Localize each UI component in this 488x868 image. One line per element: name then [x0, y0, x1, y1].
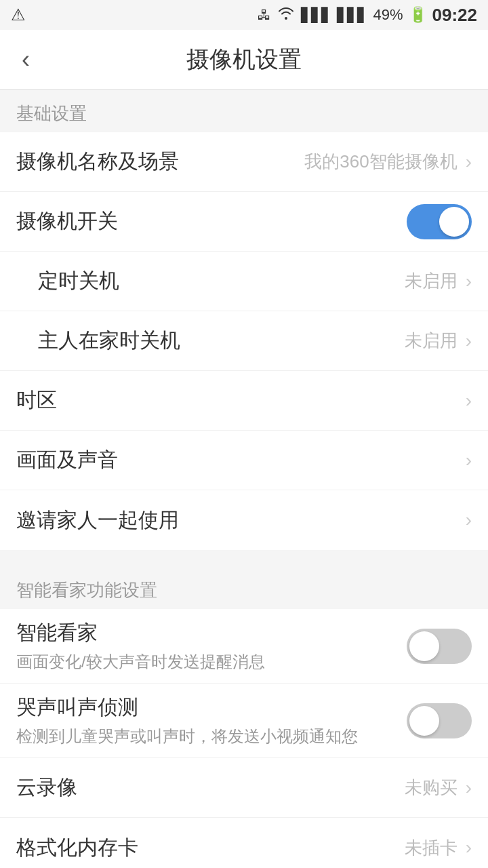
timezone-right: ›	[466, 390, 472, 412]
camera-name-right: 我的360智能摄像机 ›	[304, 150, 472, 174]
format-sd-chevron: ›	[466, 837, 472, 859]
cry-detect-toggle[interactable]	[407, 703, 472, 738]
page-title: 摄像机设置	[186, 44, 302, 75]
timer-off-title: 定时关机	[38, 267, 119, 295]
display-sound-left: 画面及声音	[16, 446, 118, 474]
invite-family-left: 邀请家人一起使用	[16, 507, 179, 534]
smart-home-left: 智能看家 画面变化/较大声音时发送提醒消息	[16, 619, 265, 673]
display-sound-right: ›	[466, 450, 472, 471]
format-sd-title: 格式化内存卡	[16, 834, 138, 862]
warning-icon: ⚠	[11, 5, 26, 24]
smart-home-title: 智能看家	[16, 619, 265, 647]
camera-name-left: 摄像机名称及场景	[16, 148, 179, 176]
format-sd-right: 未插卡 ›	[405, 836, 472, 860]
wifi-icon	[277, 6, 296, 24]
home-off-left: 主人在家时关机	[38, 327, 180, 355]
home-off-right: 未启用 ›	[405, 329, 472, 353]
cloud-record-left: 云录像	[16, 774, 77, 802]
smart-home-right	[407, 629, 472, 664]
timer-off-right: 未启用 ›	[405, 269, 472, 293]
cloud-record-chevron: ›	[466, 777, 472, 799]
home-off-item[interactable]: 主人在家时关机 未启用 ›	[0, 311, 488, 371]
timer-off-item[interactable]: 定时关机 未启用 ›	[0, 252, 488, 311]
display-sound-chevron: ›	[466, 450, 472, 471]
timer-off-chevron: ›	[466, 271, 472, 292]
smart-home-toggle[interactable]	[407, 629, 472, 664]
invite-family-title: 邀请家人一起使用	[16, 507, 179, 534]
timezone-title: 时区	[16, 387, 57, 414]
camera-name-chevron: ›	[466, 151, 472, 173]
cry-detect-toggle-thumb	[409, 706, 439, 736]
signal1-icon: ▋▋▋	[301, 7, 331, 23]
timezone-left: 时区	[16, 387, 57, 414]
camera-switch-left: 摄像机开关	[16, 208, 118, 235]
invite-family-chevron: ›	[466, 509, 472, 531]
format-sd-left: 格式化内存卡	[16, 834, 138, 862]
camera-switch-title: 摄像机开关	[16, 208, 118, 235]
header: ‹ 摄像机设置	[0, 30, 488, 90]
sim-icon: 🖧	[258, 7, 271, 23]
cloud-record-item[interactable]: 云录像 未购买 ›	[0, 758, 488, 818]
cry-detect-subtitle: 检测到儿童哭声或叫声时，将发送小视频通知您	[16, 726, 358, 747]
toggle-thumb	[439, 207, 469, 237]
home-off-value: 未启用	[405, 329, 458, 353]
smart-home-subtitle: 画面变化/较大声音时发送提醒消息	[16, 651, 265, 673]
cry-detect-right	[407, 703, 472, 738]
cry-detect-title: 哭声叫声侦测	[16, 694, 358, 722]
cloud-record-value: 未购买	[405, 776, 458, 800]
home-off-chevron: ›	[466, 330, 472, 352]
cry-detect-left: 哭声叫声侦测 检测到儿童哭声或叫声时，将发送小视频通知您	[16, 694, 358, 747]
smart-home-toggle-thumb	[409, 631, 439, 661]
status-time: 09:22	[432, 5, 478, 26]
display-sound-item[interactable]: 画面及声音 ›	[0, 431, 488, 490]
camera-switch-item[interactable]: 摄像机开关	[0, 192, 488, 252]
status-left: ⚠	[11, 5, 26, 24]
display-sound-title: 画面及声音	[16, 446, 118, 474]
status-bar: ⚠ 🖧 ▋▋▋ ▋▋▋ 49% 🔋 09:22	[0, 0, 488, 30]
camera-switch-toggle[interactable]	[407, 204, 472, 239]
invite-family-right: ›	[466, 509, 472, 531]
back-button[interactable]: ‹	[16, 42, 35, 77]
timezone-chevron: ›	[466, 390, 472, 412]
timer-off-left: 定时关机	[38, 267, 119, 295]
signal2-icon: ▋▋▋	[337, 7, 367, 23]
timer-off-value: 未启用	[405, 269, 458, 293]
camera-name-item[interactable]: 摄像机名称及场景 我的360智能摄像机 ›	[0, 132, 488, 192]
section-basic-header: 基础设置	[0, 90, 488, 132]
cry-detect-item[interactable]: 哭声叫声侦测 检测到儿童哭声或叫声时，将发送小视频通知您	[0, 684, 488, 758]
battery-icon: 🔋	[409, 6, 427, 24]
home-off-title: 主人在家时关机	[38, 327, 180, 355]
camera-switch-right	[407, 204, 472, 239]
format-sd-item[interactable]: 格式化内存卡 未插卡 ›	[0, 818, 488, 868]
format-sd-value: 未插卡	[405, 836, 458, 860]
divider-1	[0, 550, 488, 566]
invite-family-item[interactable]: 邀请家人一起使用 ›	[0, 490, 488, 550]
smart-home-item[interactable]: 智能看家 画面变化/较大声音时发送提醒消息	[0, 609, 488, 684]
status-right: 🖧 ▋▋▋ ▋▋▋ 49% 🔋 09:22	[258, 5, 477, 26]
battery-text: 49%	[373, 6, 403, 24]
section-smart-header: 智能看家功能设置	[0, 566, 488, 609]
cloud-record-title: 云录像	[16, 774, 77, 802]
timezone-item[interactable]: 时区 ›	[0, 371, 488, 431]
camera-name-value: 我的360智能摄像机	[304, 150, 457, 174]
cloud-record-right: 未购买 ›	[405, 776, 472, 800]
camera-name-title: 摄像机名称及场景	[16, 148, 179, 176]
